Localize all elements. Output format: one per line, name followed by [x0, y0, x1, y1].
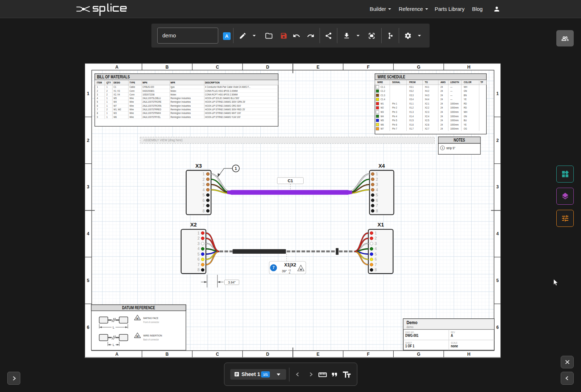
svg-text:X1.4: X1.4: [409, 115, 414, 118]
svg-text:strip 5”: strip 5”: [446, 146, 455, 150]
svg-text:X1: X1: [378, 222, 384, 228]
svg-text:6: 6: [87, 325, 89, 330]
svg-text:X4.3: X4.3: [425, 94, 429, 97]
svg-text:DWG-001: DWG-001: [405, 333, 418, 338]
svg-text:X1.7: X1.7: [409, 127, 414, 130]
svg-text:4: 4: [198, 246, 200, 251]
svg-text:WIRE SCHEDULE: WIRE SCHEDULE: [377, 74, 405, 79]
svg-text:BN: BN: [464, 94, 467, 97]
svg-text:C: C: [216, 352, 219, 357]
svg-text:C: C: [216, 65, 219, 70]
svg-text:X1.1: X1.1: [409, 102, 414, 105]
svg-text:L: L: [113, 326, 114, 329]
svg-text:YE: YE: [464, 123, 467, 126]
svg-text:1: 1: [376, 172, 378, 176]
svg-text:1: 1: [496, 91, 499, 96]
svg-text:Pin 6: Pin 6: [392, 123, 397, 126]
svg-text:2: 2: [106, 93, 108, 96]
svg-text:1: 1: [203, 172, 205, 176]
svg-text:OG: OG: [464, 127, 467, 130]
svg-text:W4: W4: [114, 101, 117, 103]
svg-text:C1: C1: [114, 86, 117, 89]
svg-text:24: 24: [440, 85, 443, 88]
svg-text:1000mm: 1000mm: [450, 119, 459, 122]
svg-text:1000mm: 1000mm: [450, 127, 459, 130]
svg-text:none: none: [451, 344, 458, 348]
svg-text:24: 24: [440, 90, 443, 93]
svg-text:W6: W6: [114, 115, 117, 118]
svg-text:2: 2: [203, 177, 205, 181]
svg-text:4: 4: [376, 188, 378, 192]
svg-text:2: 2: [87, 138, 89, 143]
svg-text:4: 4: [87, 231, 89, 236]
svg-text:Pin 7: Pin 7: [392, 127, 397, 130]
svg-text:Wire: Wire: [130, 104, 134, 107]
svg-text:YE: YE: [464, 98, 467, 101]
svg-text:4: 4: [97, 97, 98, 100]
svg-text:Remington Industries: Remington Industries: [170, 108, 191, 111]
svg-text:W3: W3: [114, 112, 117, 115]
svg-text:W: W: [136, 335, 139, 338]
svg-text:+1: +1: [288, 269, 291, 271]
svg-text:1000mm: 1000mm: [450, 110, 459, 113]
svg-text:4: 4: [375, 246, 377, 251]
svg-text:W5: W5: [114, 97, 117, 100]
svg-text:—: —: [450, 98, 452, 101]
svg-text:24: 24: [440, 127, 443, 130]
svg-text:1: 1: [106, 101, 108, 103]
svg-text:6: 6: [97, 104, 98, 107]
svg-text:4 Conductor Multi-Pair Cable V: 4 Conductor Multi-Pair Cable Violet 24 A…: [205, 86, 251, 89]
svg-text:Pin 3: Pin 3: [392, 110, 397, 113]
svg-text:8: 8: [198, 268, 200, 272]
svg-text:X2.2: X2.2: [425, 106, 429, 109]
svg-text:Pin 2: Pin 2: [392, 106, 397, 109]
svg-text:5: 5: [87, 278, 89, 283]
svg-text:C1.1: C1.1: [381, 85, 385, 88]
svg-text:G: G: [417, 352, 420, 357]
svg-text:7: 7: [376, 203, 378, 208]
svg-text:CFBUS-020: CFBUS-020: [143, 86, 154, 89]
svg-text:MPN: MPN: [143, 81, 147, 84]
svg-text:Pin 1: Pin 1: [392, 102, 397, 105]
svg-text:RD: RD: [464, 106, 467, 109]
svg-text:GN: GN: [464, 115, 467, 118]
svg-text:1: 1: [106, 97, 108, 100]
svg-text:W2: W2: [381, 106, 384, 109]
svg-text:C1.4: C1.4: [381, 98, 385, 101]
svg-text:WH: WH: [464, 110, 467, 113]
svg-text:MFR: MFR: [170, 81, 175, 84]
svg-text:24: 24: [440, 94, 443, 97]
svg-text:HOOK-UP STRND 24AWG 300V GRN 2: HOOK-UP STRND 24AWG 300V GRN 25': [205, 101, 245, 103]
svg-text:1 OF 1: 1 OF 1: [405, 344, 414, 348]
svg-text:X2.3: X2.3: [425, 110, 429, 113]
svg-text:BU: BU: [464, 119, 467, 122]
svg-text:HOOK-UP SOLID 24AWG BLU 500': HOOK-UP SOLID 24AWG BLU 500': [205, 97, 240, 100]
svg-text:7: 7: [203, 203, 205, 208]
svg-text:W6: W6: [381, 123, 384, 126]
svg-text:6: 6: [496, 325, 499, 330]
svg-text:Pin 4: Pin 4: [392, 115, 397, 118]
svg-text:2: 2: [198, 236, 200, 240]
svg-text:7: 7: [272, 266, 275, 270]
svg-text:E: E: [317, 65, 320, 70]
svg-text:X2.1: X2.1: [425, 102, 429, 105]
svg-text:1: 1: [235, 166, 237, 171]
svg-text:TYPE: TYPE: [130, 81, 135, 84]
svg-text:W1: W1: [381, 102, 384, 105]
svg-text:2: 2: [106, 89, 108, 92]
svg-text:24: 24: [440, 119, 443, 122]
svg-text:ASSEMBLY VIEW (drag here): ASSEMBLY VIEW (drag here): [143, 138, 183, 142]
svg-text:1: 1: [106, 115, 108, 118]
svg-text:2: 2: [97, 89, 98, 92]
svg-text:9: 9: [97, 115, 98, 118]
svg-text:X1.5: X1.5: [409, 119, 414, 122]
svg-text:Cable: Cable: [130, 86, 135, 89]
svg-text:X1.6: X1.6: [409, 123, 414, 126]
svg-text:X3.4: X3.4: [409, 98, 414, 101]
svg-text:Remington Industries: Remington Industries: [170, 97, 191, 100]
svg-text:B: B: [166, 352, 169, 357]
svg-text:6: 6: [203, 198, 205, 203]
svg-text:X4: X4: [378, 163, 385, 169]
svg-text:Wire: Wire: [130, 101, 134, 103]
svg-text:3: 3: [97, 93, 98, 96]
